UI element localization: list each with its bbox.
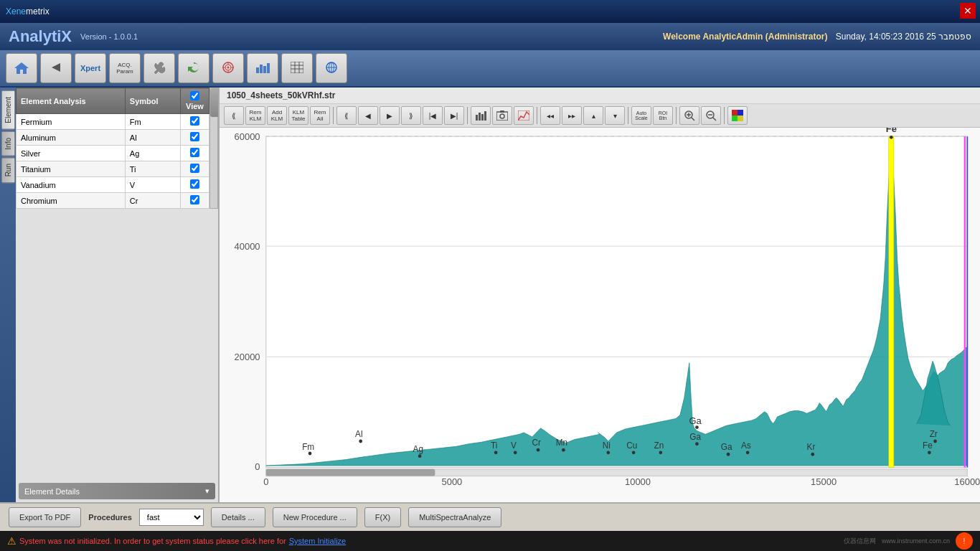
close-button[interactable]: ✕ [960, 3, 976, 19]
table-scrollbar[interactable] [209, 88, 218, 209]
svg-text:Ti: Ti [491, 441, 497, 451]
move-up-btn[interactable]: ▴ [583, 106, 603, 125]
info-tab[interactable]: Info [1, 131, 15, 156]
svg-rect-52 [889, 136, 894, 467]
checkbox-1[interactable] [190, 132, 199, 141]
svg-rect-22 [476, 115, 478, 121]
svg-text:Ga: Ga [721, 442, 732, 452]
zoom-in-btn[interactable] [679, 106, 699, 125]
bar-chart-btn[interactable] [471, 106, 491, 125]
header-bar: AnalytiX Version - 1.0.0.1 Welcome Analy… [0, 23, 980, 50]
move-down-btn[interactable]: ▾ [605, 106, 625, 125]
move-left-right-btn[interactable]: ◂◂ [540, 106, 560, 125]
element-symbol-4: V [125, 177, 180, 193]
xpert-button[interactable]: Xpert [75, 53, 106, 83]
tool-button[interactable] [143, 53, 175, 83]
element-checkbox-4[interactable] [181, 177, 209, 193]
roi-btn[interactable]: ROIBtn [653, 106, 673, 125]
element-name-0: Fermium [17, 114, 126, 130]
fx-button[interactable]: F(X) [364, 507, 401, 527]
element-checkbox-0[interactable] [181, 114, 209, 130]
rem-all-btn[interactable]: RemAll [310, 106, 330, 125]
element-checkbox-2[interactable] [181, 146, 209, 161]
element-checkbox-1[interactable] [181, 130, 209, 146]
datetime: Sunday, 14:05:23 2016 25 ספטמבר [836, 32, 971, 42]
prev-btn[interactable]: ◀ [358, 106, 378, 125]
element-table-container: Element Analysis Symbol View Fermium Fm … [16, 88, 218, 480]
checkbox-0[interactable] [190, 116, 199, 126]
svg-point-71 [514, 451, 517, 454]
target-button[interactable] [212, 53, 244, 83]
zoom-out-btn[interactable] [701, 106, 721, 125]
acq-param-button[interactable]: ACQ. Param [109, 53, 141, 83]
procedures-select[interactable]: fast slow custom [139, 509, 204, 526]
chart-button[interactable] [247, 53, 278, 83]
svg-point-97 [695, 425, 699, 429]
svg-text:20000: 20000 [235, 352, 260, 362]
svg-text:16000: 16000 [954, 476, 980, 487]
rem-klm-btn[interactable]: RemKLM [245, 106, 265, 125]
checkbox-5[interactable] [190, 195, 199, 204]
chart-area: 1050_4sheets_50kVRhf.str ⟪ RemKLM AddKLM… [220, 88, 980, 502]
first-btn[interactable]: ⟪ [336, 106, 357, 125]
export-pdf-button[interactable]: Export To PDF [9, 507, 81, 527]
element-row-1: Aluminum Al [17, 130, 209, 146]
web-button[interactable] [316, 53, 347, 83]
svg-rect-11 [263, 66, 266, 73]
svg-point-27 [500, 114, 504, 118]
element-checkbox-3[interactable] [181, 161, 209, 177]
new-procedure-button[interactable]: New Procedure ... [273, 507, 357, 527]
photo-btn[interactable] [492, 106, 512, 125]
svg-text:15000: 15000 [811, 476, 837, 487]
watermark-area: 仪器信息网 www.instrument.com.cn ! [844, 532, 973, 550]
refresh-button[interactable] [178, 53, 209, 83]
system-initialize-link[interactable]: System Initialize [289, 537, 346, 545]
svg-point-89 [727, 453, 730, 456]
run-tab[interactable]: Run [1, 157, 15, 183]
element-symbol-1: Al [125, 130, 180, 146]
svg-rect-37 [732, 110, 738, 116]
skip-back-btn[interactable]: ⟪ [224, 106, 244, 125]
divider-1 [333, 107, 334, 124]
svg-line-31 [692, 118, 695, 121]
main-toolbar: Xpert ACQ. Param [0, 50, 980, 88]
skip-right-btn[interactable]: ▶| [444, 106, 464, 125]
checkbox-4[interactable] [190, 179, 199, 189]
checkbox-2[interactable] [190, 148, 199, 157]
klm-table-btn[interactable]: KLMTable [288, 106, 308, 125]
auto-btn[interactable]: AutoScale [631, 106, 651, 125]
divider-4 [628, 107, 628, 124]
details-button[interactable]: Details ... [211, 507, 265, 527]
view-all-checkbox[interactable] [190, 91, 199, 100]
back-button[interactable] [40, 53, 72, 83]
svg-text:Ga: Ga [689, 431, 701, 441]
svg-text:10000: 10000 [625, 476, 651, 487]
element-symbol-5: Cr [125, 193, 180, 209]
element-checkbox-5[interactable] [181, 193, 209, 209]
home-button[interactable] [6, 53, 37, 83]
element-name-1: Aluminum [17, 130, 126, 146]
element-tab[interactable]: Element [1, 90, 15, 130]
status-bar: ⚠ System was not initialized. In order t… [0, 531, 980, 551]
svg-point-87 [695, 442, 699, 446]
chart-canvas: 60000 40000 20000 0 [220, 128, 980, 502]
next-btn[interactable]: ▶ [380, 106, 400, 125]
element-name-5: Chromium [17, 193, 126, 209]
skip-left-btn[interactable]: |◀ [423, 106, 443, 125]
svg-rect-10 [260, 65, 263, 73]
svg-point-77 [890, 136, 893, 139]
color-btn[interactable] [727, 106, 748, 125]
multi-spectra-button[interactable]: MultiSpectraAnalyze [408, 507, 501, 527]
table-button[interactable] [281, 53, 313, 83]
svg-text:0: 0 [255, 461, 260, 472]
element-row-5: Chromium Cr [17, 193, 209, 209]
last-btn[interactable]: ⟫ [401, 106, 421, 125]
checkbox-3[interactable] [190, 164, 199, 173]
table-row-container: Element Analysis Symbol View Fermium Fm … [16, 88, 218, 209]
scrollbar-thumb[interactable] [210, 88, 218, 117]
element-details-btn[interactable]: Element Details ▾ [19, 483, 215, 499]
add-klm-btn[interactable]: AddKLM [267, 106, 287, 125]
svg-rect-9 [256, 67, 259, 73]
red-chart-btn[interactable] [514, 106, 534, 125]
move-right-btn[interactable]: ▸▸ [562, 106, 582, 125]
